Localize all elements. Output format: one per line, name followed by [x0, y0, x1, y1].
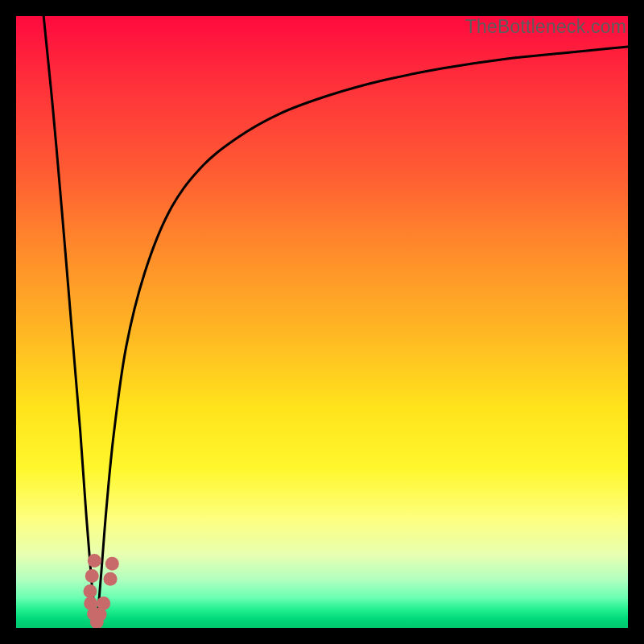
outer-frame: TheBottleneck.com: [0, 0, 644, 644]
chart-overlay-svg: [16, 16, 628, 628]
watermark-label: TheBottleneck.com: [465, 16, 626, 38]
plot-area: TheBottleneck.com: [16, 16, 628, 628]
marker-dot: [105, 557, 119, 571]
marker-dot: [88, 554, 101, 568]
marker-dot: [97, 597, 110, 610]
marker-dot: [85, 569, 99, 583]
right-branch-curve: [97, 47, 628, 628]
marker-dot: [104, 572, 118, 586]
left-branch-curve: [43, 16, 96, 628]
marker-dot: [83, 584, 97, 598]
